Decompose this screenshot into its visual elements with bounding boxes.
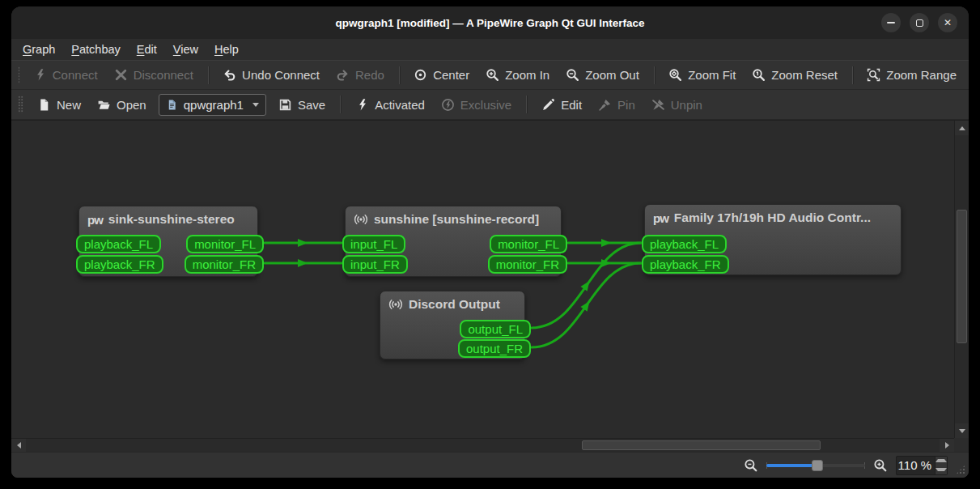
graph-toolbar: Connect Disconnect Undo Connect Redo Cen… [11,60,969,90]
zoom-in-icon [486,68,499,82]
zoom-reset-button[interactable]: Zoom Reset [745,63,845,87]
node-title: Discord Output [409,297,500,312]
scroll-left-button[interactable] [11,439,26,452]
unpin-button[interactable]: Unpin [644,93,710,117]
zoom-out-button[interactable]: Zoom Out [558,63,647,87]
app-window: qpwgraph1 [modified] — A PipeWire Graph … [11,6,969,478]
patchbay-profile-dropdown[interactable]: qpwgraph1 [159,94,266,116]
zoom-in-button[interactable]: Zoom In [478,63,557,87]
port-input-fl[interactable]: input_FL [342,235,405,253]
new-button[interactable]: New [30,93,88,117]
center-button[interactable]: Center [406,63,477,87]
patchbay-file-icon [166,99,178,111]
zoom-in-small-icon[interactable] [873,458,888,473]
scroll-right-button[interactable] [940,439,954,452]
activated-icon [355,98,369,112]
zoom-range-button[interactable]: Zoom Range [859,63,964,87]
connect-icon [33,68,47,82]
broadcast-icon [388,297,403,312]
menu-graph[interactable]: Graph [15,40,63,58]
node-discord-output[interactable]: Discord Output output_FL output_FR [380,291,525,359]
undo-icon [223,68,236,82]
pipewire-icon: pw [653,211,668,225]
node-family-hd-audio[interactable]: pw Family 17h/19h HD Audio Contr... play… [644,204,902,275]
menu-edit[interactable]: Edit [129,40,165,58]
port-playback-fr[interactable]: playback_FR [76,255,163,274]
toolbar-drag-handle[interactable] [18,66,19,84]
horizontal-scrollbar[interactable] [11,438,954,452]
new-file-icon [37,98,51,112]
resize-grip[interactable] [956,465,965,474]
chevron-down-icon [252,103,259,107]
zoom-slider[interactable] [766,458,865,473]
save-icon [278,98,292,112]
open-button[interactable]: Open [90,93,154,117]
arrow-left-icon [17,442,21,449]
spin-down-button[interactable] [935,466,947,474]
maximize-button[interactable] [910,13,929,32]
arrow-up-icon [959,126,965,130]
minimize-button[interactable] [881,13,901,32]
title-bar[interactable]: qpwgraph1 [modified] — A PipeWire Graph … [11,6,969,39]
menu-help[interactable]: Help [206,40,247,58]
scroll-down-button[interactable] [955,423,969,438]
zoom-value: 110 % [897,458,935,472]
zoom-slider-handle[interactable] [812,460,823,471]
zoom-out-icon [566,68,579,82]
activated-button[interactable]: Activated [348,93,432,117]
broadcast-icon [354,212,368,227]
exclusive-button[interactable]: Exclusive [434,93,519,117]
scroll-up-button[interactable] [955,121,969,135]
minimize-icon [887,22,895,23]
edit-icon [541,98,555,112]
patchbay-toolbar: New Open qpwgraph1 Save Activated Exclus… [11,90,969,120]
port-monitor-fr[interactable]: monitor_FR [488,255,567,274]
menu-view[interactable]: View [165,40,206,58]
toolbar-separator [340,96,341,113]
port-monitor-fl[interactable]: monitor_FL [186,235,264,253]
edit-button[interactable]: Edit [534,93,589,117]
close-button[interactable]: ✕ [938,13,957,32]
window-controls: ✕ [881,13,957,32]
port-playback-fl[interactable]: playback_FL [642,235,727,253]
zoom-spinbox[interactable]: 110 % [896,456,948,475]
connections-layer [11,121,952,439]
spin-up-button[interactable] [935,457,947,466]
status-bar: 110 % [11,452,969,478]
port-input-fr[interactable]: input_FR [342,255,408,274]
arrow-up-icon [935,459,947,462]
undo-connect-button[interactable]: Undo Connect [215,63,327,87]
zoom-range-icon [867,68,880,82]
redo-button[interactable]: Redo [329,63,392,87]
window-title: qpwgraph1 [modified] — A PipeWire Graph … [335,17,644,29]
pipewire-icon: pw [87,213,103,227]
zoom-out-small-icon[interactable] [744,458,758,473]
port-playback-fl[interactable]: playback_FL [76,235,161,253]
open-folder-icon [97,98,111,112]
zoom-fit-button[interactable]: Zoom Fit [661,63,743,87]
vertical-scrollbar[interactable] [954,121,969,438]
toolbar-drag-handle[interactable] [18,96,23,113]
horizontal-scrollbar-thumb[interactable] [582,440,821,450]
pin-button[interactable]: Pin [591,93,643,117]
zoom-fit-icon [668,68,682,82]
graph-layer: pw sink-sunshine-stereo playback_FL play… [11,121,954,438]
vertical-scrollbar-thumb[interactable] [957,210,967,343]
node-sunshine[interactable]: sunshine [sunshine-record] input_FL inpu… [345,206,562,277]
arrow-down-icon [935,468,947,471]
save-button[interactable]: Save [271,93,333,117]
port-monitor-fl[interactable]: monitor_FL [490,235,567,253]
disconnect-button[interactable]: Disconnect [107,63,201,87]
node-sink-sunshine-stereo[interactable]: pw sink-sunshine-stereo playback_FL play… [78,206,258,277]
menu-bar: Graph Patchbay Edit View Help [11,39,969,60]
close-icon: ✕ [944,17,952,28]
port-monitor-fr[interactable]: monitor_FR [185,255,264,274]
node-title: Family 17h/19h HD Audio Contr... [674,210,871,225]
port-output-fl[interactable]: output_FL [460,320,531,338]
port-output-fr[interactable]: output_FR [458,339,531,358]
graph-canvas[interactable]: pw sink-sunshine-stereo playback_FL play… [11,120,969,452]
exclusive-icon [441,98,455,112]
connect-button[interactable]: Connect [26,63,105,87]
menu-patchbay[interactable]: Patchbay [63,40,128,58]
port-playback-fr[interactable]: playback_FR [642,255,729,274]
